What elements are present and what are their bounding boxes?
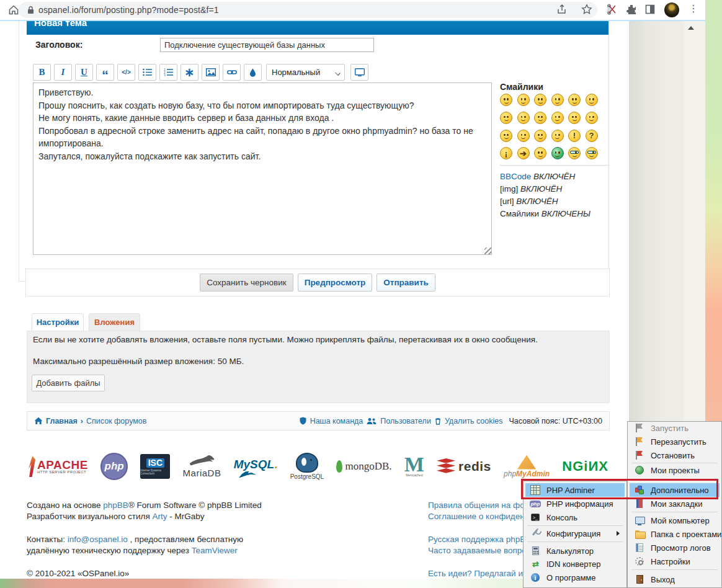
nginx-logo[interactable]: NGiИX xyxy=(562,458,608,474)
isc-logo[interactable]: ISCInternet Systems Consortium xyxy=(140,454,170,479)
smiley-eek[interactable] xyxy=(586,94,598,106)
fullscreen-editor-button[interactable] xyxy=(350,64,368,81)
add-files-button[interactable]: Добавить файлы xyxy=(32,375,105,391)
smiley-exclaim[interactable]: ! xyxy=(568,130,581,142)
smiley-evil[interactable] xyxy=(517,130,530,142)
textarea-resize-handle[interactable] xyxy=(484,247,491,254)
mysql-logo[interactable]: MySQL. xyxy=(234,458,278,476)
smiley-mrgreen[interactable] xyxy=(551,147,564,159)
smiley-question[interactable]: ? xyxy=(586,130,598,142)
smiley-crying[interactable] xyxy=(551,130,564,142)
bookmark-star-icon[interactable] xyxy=(581,3,594,17)
menu-item-my-computer[interactable]: Мой компьютер xyxy=(630,514,720,527)
home-icon[interactable] xyxy=(7,4,20,16)
phpmyadmin-logo[interactable]: phpMyAdmin xyxy=(504,455,550,478)
members-link[interactable]: Пользователи xyxy=(380,417,431,425)
tab-settings[interactable]: Настройки xyxy=(32,313,84,331)
asterisk-button[interactable]: ∗ xyxy=(180,64,198,81)
smiley-idea[interactable]: ¡ xyxy=(500,147,512,159)
subject-input[interactable]: Подключение существующей базы данных xyxy=(160,38,374,52)
menu-item-exit[interactable]: Выход xyxy=(630,572,720,586)
preview-button[interactable]: Предпросмотр xyxy=(298,274,373,292)
reading-mode-icon[interactable] xyxy=(644,3,657,17)
arty-link[interactable]: Arty xyxy=(153,512,167,521)
list-button[interactable] xyxy=(138,64,156,81)
teamviewer-link[interactable]: TeamViewer xyxy=(192,546,238,555)
mariadb-logo[interactable]: MariaDB xyxy=(183,455,221,478)
smiley-confused[interactable] xyxy=(500,112,512,124)
save-draft-button[interactable]: Сохранить черновик xyxy=(200,274,293,292)
email-link[interactable]: info@ospanel.io xyxy=(68,535,128,544)
bold-button[interactable]: B xyxy=(33,64,51,81)
smiley-geek[interactable] xyxy=(568,147,581,159)
color-button[interactable] xyxy=(244,64,262,81)
link-button[interactable] xyxy=(223,64,241,81)
scrollbar-up-arrow[interactable] xyxy=(688,26,694,30)
bbcode-link[interactable]: BBCode xyxy=(500,172,531,181)
footer-rusupport-link[interactable]: Русская поддержка phpBB xyxy=(428,535,531,544)
menu-item-about[interactable]: iО программе xyxy=(525,571,625,584)
smiley-arrow[interactable]: ➔ xyxy=(517,147,530,159)
settings-gear-icon xyxy=(635,557,644,566)
image-button[interactable] xyxy=(202,64,220,81)
smiley-mad[interactable] xyxy=(551,112,564,124)
italic-button[interactable]: I xyxy=(54,64,72,81)
menu-item-calculator[interactable]: Калькулятор xyxy=(525,544,625,558)
menu-item-start[interactable]: Запустить xyxy=(630,421,720,435)
smiley-smile[interactable] xyxy=(517,94,530,106)
smiley-wink[interactable] xyxy=(534,94,546,106)
extensions-puzzle-icon[interactable] xyxy=(625,3,639,17)
message-textarea[interactable]: Приветствую. Прошу пояснить, как создать… xyxy=(33,82,492,255)
php-logo[interactable]: php xyxy=(100,453,128,480)
menu-item-my-projects[interactable]: Мои проекты xyxy=(630,463,720,477)
tab-attachments[interactable]: Вложения xyxy=(89,313,140,331)
menu-item-projects-folder[interactable]: Папка с проектами xyxy=(630,527,720,541)
team-link[interactable]: Наша команда xyxy=(310,417,363,425)
apache-logo[interactable]: APACHEHTTP SERVER PROJECT xyxy=(28,456,88,477)
home-breadcrumb-icon[interactable] xyxy=(34,417,43,425)
format-select-value: Нормальный xyxy=(272,68,320,77)
underline-button[interactable]: U xyxy=(75,64,93,81)
submit-button[interactable]: Отправить xyxy=(377,274,435,292)
smiley-oops[interactable] xyxy=(500,130,512,142)
quote-button[interactable]: “ xyxy=(96,64,114,81)
breadcrumb-home-link[interactable]: Главная xyxy=(46,417,78,425)
menu-item-idn-converter[interactable]: ⇄IDN конвертер xyxy=(525,557,625,571)
smiley-razz[interactable] xyxy=(568,112,581,124)
format-select[interactable]: Нормальный xyxy=(266,64,345,81)
smiley-neutral[interactable] xyxy=(534,147,546,159)
stop-flag-icon xyxy=(636,451,643,460)
mongodb-logo[interactable]: mongoDB. xyxy=(336,460,391,473)
postgresql-logo[interactable]: PostgreSQL xyxy=(290,453,324,480)
lock-icon[interactable] xyxy=(27,6,33,14)
memcached-logo[interactable]: MMemcached xyxy=(404,456,424,477)
code-button[interactable]: </> xyxy=(117,64,135,81)
menu-item-settings[interactable]: Настройки xyxy=(630,555,720,568)
ordered-list-button[interactable]: 123 xyxy=(159,64,177,81)
smiley-ugeek[interactable] xyxy=(586,147,598,159)
menu-item-console[interactable]: >_Консоль xyxy=(525,510,625,524)
extension-scissors-icon[interactable] xyxy=(605,3,619,17)
smiley-rolleyes[interactable] xyxy=(586,112,598,124)
phpbb-link[interactable]: phpBB xyxy=(103,501,128,510)
delete-cookies-link[interactable]: Удалить cookies xyxy=(445,417,503,425)
share-icon[interactable] xyxy=(556,3,569,17)
smiley-lol[interactable] xyxy=(534,112,546,124)
menu-item-restart[interactable]: Перезапустить xyxy=(630,435,720,448)
smiley-cool[interactable] xyxy=(517,112,530,124)
browser-menu-icon[interactable]: ⋮ xyxy=(687,2,700,16)
smiley-grin[interactable] xyxy=(500,94,512,106)
profile-avatar[interactable] xyxy=(664,2,679,17)
bookmarks-icon xyxy=(636,499,643,508)
browser-toolbar: ospanel.io/forum/posting.php?mode=post&f… xyxy=(0,0,705,20)
smiley-surprised[interactable] xyxy=(551,94,564,106)
menu-item-view-logs[interactable]: Просмотр логов xyxy=(630,541,720,555)
smiley-twisted[interactable] xyxy=(534,130,546,142)
footer-faq-link[interactable]: Часто задаваемые вопросы xyxy=(428,546,537,555)
url-text[interactable]: ospanel.io/forum/posting.php?mode=post&f… xyxy=(38,5,219,15)
breadcrumb-forumlist-link[interactable]: Список форумов xyxy=(86,417,146,425)
smiley-shock[interactable] xyxy=(568,94,581,106)
menu-item-stop[interactable]: Остановить xyxy=(630,448,720,462)
menu-item-configuration[interactable]: Конфигурация xyxy=(525,527,625,540)
redis-logo[interactable]: redis xyxy=(437,458,491,474)
